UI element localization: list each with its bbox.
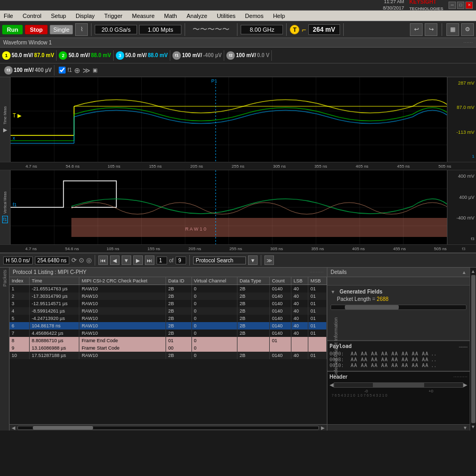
- header-ruler-detail: 7 6 5 4 3 2 1 0 1 0 7 6 5 4 3 2 1 0: [329, 393, 468, 397]
- f1-indicator: f1: [172, 51, 181, 60]
- scroll-right-btn[interactable]: ▶: [321, 425, 325, 431]
- details-scrollbar[interactable]: [331, 305, 466, 310]
- right-panel-scroll-up[interactable]: ▲: [462, 270, 466, 275]
- lower-scale-label: f3: [449, 236, 474, 241]
- right-scroll-down-btn[interactable]: ▼: [471, 424, 475, 429]
- nav-extra-btn[interactable]: ≫: [264, 255, 274, 265]
- header-scale-arrow-left[interactable]: ◀: [329, 382, 334, 388]
- table-row[interactable]: 2-17.30314790 µsRAW102B02B01404001: [10, 292, 327, 300]
- f2-block[interactable]: f2 100 mV/ 0.0 V: [224, 50, 272, 61]
- nav-icon-1[interactable]: ⟳: [71, 257, 77, 264]
- right-panel-down-arrow[interactable]: ▼: [463, 425, 468, 431]
- scope-left-arrow[interactable]: ▶: [3, 127, 7, 133]
- search-dropdown-btn[interactable]: ▼: [248, 255, 258, 265]
- tick-5: 205 ns: [176, 164, 217, 169]
- menu-utilities[interactable]: Utilities: [215, 13, 237, 19]
- table-row[interactable]: 1-21.65514763 µsRAW102B02B01404001: [10, 285, 327, 293]
- proto-handle: ⋯⋯⋯: [309, 270, 324, 275]
- menu-analyze[interactable]: Analyze: [185, 13, 209, 19]
- single-button[interactable]: Single: [50, 25, 74, 34]
- nav-prev-btn[interactable]: ◀: [110, 255, 120, 265]
- f3-block[interactable]: f3 100 mV/ 400 µV: [2, 65, 54, 76]
- nav-next-btn[interactable]: ▶: [133, 255, 143, 265]
- nav-icon-3[interactable]: ◎: [86, 257, 91, 264]
- col-msb: MSB: [308, 277, 326, 285]
- right-scroll-up-btn[interactable]: ▲: [471, 269, 475, 274]
- right-panel-scrollbar[interactable]: ▲ ▼: [470, 268, 476, 431]
- bandwidth-field[interactable]: 8.00 GHz: [241, 25, 283, 34]
- right-scroll-thumb[interactable]: [471, 275, 475, 423]
- table-row[interactable]: 1017.51287188 µsRAW102B02B01404001: [10, 352, 327, 359]
- minimize-button[interactable]: ─: [448, 2, 456, 9]
- run-button[interactable]: Run: [2, 25, 23, 34]
- menu-file[interactable]: File: [2, 13, 15, 19]
- scope-upper-canvas: T ▶ P1: [11, 77, 447, 162]
- menu-math[interactable]: Math: [162, 13, 178, 19]
- waveform-icon[interactable]: ⌇: [75, 23, 88, 36]
- channel-3-block[interactable]: 3 50.0 mV/ 88.0 mV: [114, 50, 170, 61]
- channel-1-block[interactable]: 1 50.0 mV/ 87.0 mV: [0, 50, 57, 61]
- trigger-level[interactable]: 264 mV: [308, 24, 340, 35]
- table-row[interactable]: 88.80886710 µsFrame End Code01001: [10, 337, 327, 344]
- cell-7: 40: [291, 352, 308, 359]
- ch3-volt1: 50.0 mV/: [125, 52, 147, 58]
- channel-2-block[interactable]: 2 50.0 mV/ 88.0 mV: [57, 50, 113, 61]
- table-scrollbar[interactable]: ◀ ▶: [10, 424, 327, 431]
- stop-button[interactable]: Stop: [25, 25, 47, 34]
- menu-control[interactable]: Control: [21, 13, 43, 19]
- header-scale-arrow-right[interactable]: ▶: [463, 382, 468, 388]
- menu-display[interactable]: Display: [74, 13, 96, 19]
- menu-measure[interactable]: Measure: [130, 13, 156, 19]
- table-row[interactable]: 6104.86178 nsRAW102B02B01404001: [10, 322, 327, 329]
- measure-icon-btn[interactable]: ▦: [446, 23, 459, 36]
- nav-down-btn[interactable]: ▼: [122, 255, 131, 265]
- sample-rate-field[interactable]: 20.0 GSa/s: [95, 25, 137, 34]
- table-row[interactable]: 5-4.24713920 µsRAW102B02B01404001: [10, 315, 327, 322]
- keysight-logo: KEYSIGHTTECHNOLOGIES: [409, 0, 443, 12]
- cell-7: 40: [291, 292, 308, 300]
- ch-checkbox[interactable]: [59, 67, 66, 74]
- trigger-slope-icon: ⌐: [301, 25, 306, 34]
- undo-button[interactable]: ↩: [410, 23, 423, 36]
- collapse-arrow[interactable]: ▼: [331, 289, 335, 295]
- table-row[interactable]: 74.45686422 µsRAW102B02B01404001: [10, 329, 327, 337]
- close-button[interactable]: ✕: [465, 2, 473, 9]
- col-count: Count: [270, 277, 291, 285]
- cell-3: 2B: [166, 322, 191, 329]
- nav-icon-2[interactable]: ⊙: [79, 257, 84, 264]
- nav-last-btn[interactable]: ⏭: [145, 255, 154, 265]
- table-row[interactable]: 4-8.59914261 µsRAW102B02B01404001: [10, 307, 327, 315]
- right-panel-scroll-down[interactable]: ▼: [327, 424, 470, 431]
- memory-field[interactable]: 1.00 Mpts: [139, 25, 181, 34]
- scroll-track[interactable]: [17, 426, 319, 430]
- table-row[interactable]: 3-12.95114571 µsRAW102B02B01404001: [10, 300, 327, 307]
- redo-button[interactable]: ↪: [425, 23, 437, 36]
- cell-8: 01: [308, 329, 326, 337]
- upper-time-axis: 4.7 ns 54.6 ns 105 ns 155 ns 205 ns 255 …: [0, 162, 476, 170]
- right-panel: Details ▲ Selected Packet Information ▼ …: [327, 268, 470, 431]
- table-row[interactable]: 913.16086988 µsFrame Start Code000: [10, 344, 327, 352]
- cell-3: 2B: [166, 329, 191, 337]
- add-channel-btn[interactable]: ⊕: [74, 66, 80, 75]
- position-field[interactable]: 254.6480 ns: [35, 257, 69, 264]
- cell-5: 2B: [237, 285, 270, 293]
- page-current-field[interactable]: 1: [157, 257, 167, 264]
- menu-help[interactable]: Help: [271, 13, 287, 19]
- settings-icon-btn[interactable]: ⚙: [461, 23, 474, 36]
- nav-first-btn[interactable]: ⏮: [98, 255, 108, 265]
- scope-lower-left-label: Vertical Meas f1: [0, 170, 11, 244]
- menu-demos[interactable]: Demos: [243, 13, 265, 19]
- f1-block[interactable]: f1 100 mV/ -400 µV: [170, 50, 224, 61]
- cell-4: 0: [191, 352, 237, 359]
- protocol-table-container[interactable]: Index Time MIPI CSI-2 CRC Check Packet D…: [10, 277, 327, 424]
- f1-btn[interactable]: f1: [2, 216, 8, 223]
- menu-trigger[interactable]: Trigger: [103, 13, 124, 19]
- menu-setup[interactable]: Setup: [49, 13, 68, 19]
- maximize-button[interactable]: □: [457, 2, 464, 9]
- channel-menu-btn[interactable]: ▣: [93, 67, 97, 73]
- scroll-left-btn[interactable]: ◀: [12, 425, 15, 431]
- expand-btn[interactable]: ≫: [83, 66, 90, 75]
- cell-6: 0140: [270, 329, 291, 337]
- scroll-thumb[interactable]: [33, 426, 93, 429]
- protocol-search-field[interactable]: Protocol Search: [193, 257, 246, 264]
